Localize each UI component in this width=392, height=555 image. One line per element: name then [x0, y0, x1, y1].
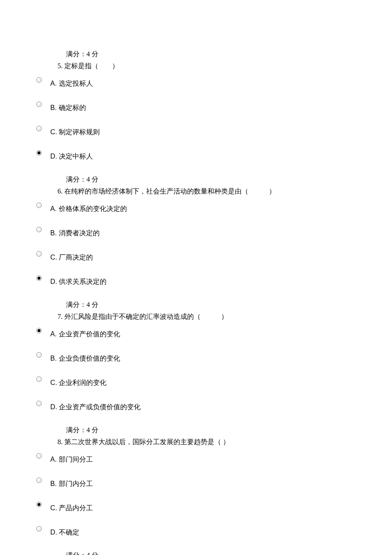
- option-text: C. 产品内分工: [50, 502, 93, 513]
- radio-wrap: [36, 77, 50, 83]
- option-row[interactable]: C. 企业利润的变化: [36, 376, 392, 388]
- radio-wrap: [36, 376, 50, 382]
- score-line: 满分：4 分: [66, 550, 392, 555]
- score-line: 满分：4 分: [66, 425, 392, 435]
- option-row[interactable]: C. 产品内分工: [36, 502, 392, 513]
- option-letter: B.: [50, 104, 59, 111]
- option-letter: D.: [50, 403, 59, 410]
- radio-button[interactable]: [36, 251, 42, 257]
- option-row[interactable]: D. 不确定: [36, 526, 392, 538]
- option-text: A. 价格体系的变化决定的: [50, 202, 127, 214]
- option-row[interactable]: D. 供求关系决定的: [36, 275, 392, 287]
- option-letter: C.: [50, 128, 59, 136]
- option-letter: D.: [50, 529, 59, 536]
- score-line: 满分：4 分: [66, 300, 392, 310]
- radio-wrap: [36, 202, 50, 208]
- option-row[interactable]: D. 企业资产或负债价值的变化: [36, 401, 392, 412]
- radio-wrap: [36, 251, 50, 257]
- option-row[interactable]: C. 制定评标规则: [36, 126, 392, 137]
- option-text: D. 不确定: [50, 526, 79, 538]
- option-row[interactable]: A. 价格体系的变化决定的: [36, 202, 392, 214]
- option-text: A. 部门间分工: [50, 453, 93, 465]
- option-body: 供求关系决定的: [59, 278, 107, 285]
- radio-wrap: [36, 275, 50, 281]
- option-body: 选定投标人: [59, 80, 93, 87]
- radio-button[interactable]: [36, 352, 42, 358]
- option-letter: B.: [50, 480, 59, 487]
- radio-wrap: [36, 352, 50, 358]
- option-body: 决定中标人: [59, 153, 93, 160]
- option-row[interactable]: B. 部门内分工: [36, 477, 392, 489]
- option-text: C. 厂商决定的: [50, 251, 93, 263]
- option-letter: A.: [50, 330, 59, 338]
- radio-button[interactable]: [36, 101, 42, 107]
- option-letter: C.: [50, 504, 59, 512]
- option-body: 产品内分工: [59, 504, 93, 512]
- option-row[interactable]: B. 消费者决定的: [36, 227, 392, 238]
- score-line: 满分：4 分: [66, 174, 392, 185]
- option-text: B. 确定标的: [50, 101, 86, 113]
- option-text: C. 企业利润的变化: [50, 376, 107, 388]
- option-text: D. 供求关系决定的: [50, 275, 107, 287]
- question-text: 8. 第二次世界大战以后，国际分工发展的主要趋势是（ ）: [58, 437, 392, 447]
- radio-button[interactable]: [36, 150, 42, 156]
- option-letter: D.: [50, 278, 59, 285]
- radio-wrap: [36, 126, 50, 131]
- option-body: 制定评标规则: [59, 128, 100, 136]
- option-letter: A.: [50, 456, 59, 463]
- option-text: A. 选定投标人: [50, 77, 93, 89]
- option-text: B. 企业负债价值的变化: [50, 352, 120, 364]
- option-letter: D.: [50, 153, 59, 160]
- question-text: 5. 定标是指（ ）: [58, 61, 392, 71]
- radio-wrap: [36, 328, 50, 333]
- option-letter: A.: [50, 80, 59, 87]
- radio-button[interactable]: [36, 526, 42, 532]
- radio-button[interactable]: [36, 502, 42, 507]
- question-text: 7. 外汇风险是指由于不确定的汇率波动造成的（ ）: [58, 312, 392, 322]
- option-body: 不确定: [59, 529, 79, 536]
- radio-button[interactable]: [36, 401, 42, 406]
- option-row[interactable]: C. 厂商决定的: [36, 251, 392, 263]
- option-body: 厂商决定的: [59, 254, 93, 261]
- option-letter: C.: [50, 254, 59, 261]
- radio-button[interactable]: [36, 328, 42, 333]
- option-body: 确定标的: [59, 104, 86, 111]
- option-body: 部门间分工: [59, 456, 93, 463]
- score-line: 满分：4 分: [66, 49, 392, 59]
- radio-wrap: [36, 150, 50, 156]
- radio-wrap: [36, 453, 50, 459]
- radio-wrap: [36, 477, 50, 483]
- radio-button[interactable]: [36, 227, 42, 232]
- radio-button[interactable]: [36, 126, 42, 131]
- radio-wrap: [36, 526, 50, 532]
- option-body: 企业利润的变化: [59, 379, 107, 386]
- option-text: D. 企业资产或负债价值的变化: [50, 401, 141, 412]
- radio-button[interactable]: [36, 275, 42, 281]
- option-row[interactable]: A. 部门间分工: [36, 453, 392, 465]
- option-row[interactable]: A. 选定投标人: [36, 77, 392, 89]
- radio-button[interactable]: [36, 376, 42, 382]
- option-row[interactable]: D. 决定中标人: [36, 150, 392, 162]
- radio-wrap: [36, 401, 50, 406]
- radio-wrap: [36, 227, 50, 232]
- option-text: B. 消费者决定的: [50, 227, 100, 238]
- option-body: 部门内分工: [59, 480, 93, 487]
- option-row[interactable]: A. 企业资产价值的变化: [36, 328, 392, 339]
- question-text: 6. 在纯粹的市场经济体制下，社会生产活动的数量和种类是由（ ）: [58, 186, 392, 197]
- radio-button[interactable]: [36, 453, 42, 459]
- option-row[interactable]: B. 确定标的: [36, 101, 392, 113]
- option-row[interactable]: B. 企业负债价值的变化: [36, 352, 392, 364]
- radio-button[interactable]: [36, 77, 42, 83]
- quiz-content: 满分：4 分5. 定标是指（ ）A. 选定投标人B. 确定标的C. 制定评标规则…: [36, 49, 392, 555]
- radio-button[interactable]: [36, 202, 42, 208]
- option-letter: C.: [50, 379, 59, 386]
- radio-button[interactable]: [36, 477, 42, 483]
- option-text: B. 部门内分工: [50, 477, 93, 489]
- option-body: 消费者决定的: [59, 229, 100, 237]
- option-body: 价格体系的变化决定的: [59, 205, 127, 212]
- option-letter: B.: [50, 229, 59, 237]
- radio-wrap: [36, 502, 50, 507]
- option-letter: B.: [50, 355, 59, 362]
- option-body: 企业负债价值的变化: [59, 355, 120, 362]
- option-letter: A.: [50, 205, 59, 212]
